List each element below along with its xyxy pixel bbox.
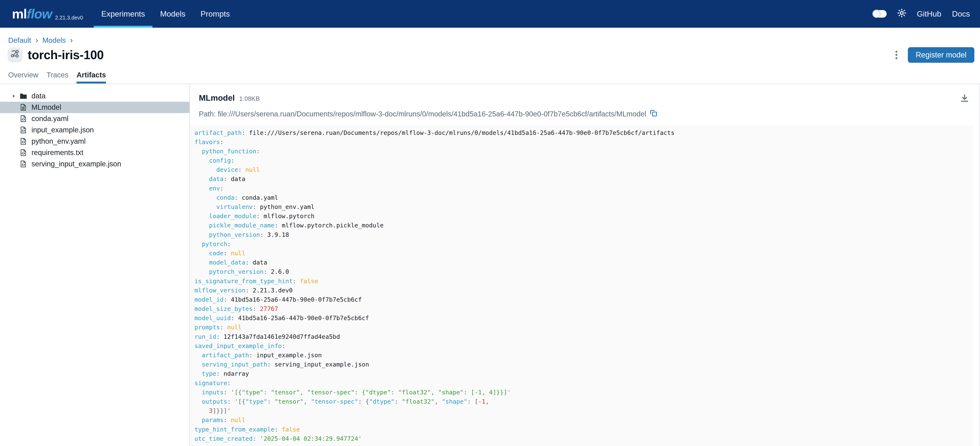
- tree-item-mlmodel[interactable]: MLmodel: [0, 102, 189, 113]
- code-line: type: ndarray: [194, 369, 973, 378]
- copy-icon: [650, 109, 657, 119]
- nav-item-experiments[interactable]: Experiments: [94, 0, 153, 28]
- caret-right-icon[interactable]: [11, 94, 19, 99]
- code-line: pytorch:: [194, 239, 973, 248]
- page-tabs: OverviewTracesArtifacts: [0, 68, 980, 84]
- file-size: 1.08KB: [239, 94, 260, 104]
- code-line: is_signature_from_type_hint: false: [194, 277, 973, 286]
- code-line: conda: conda.yaml: [194, 193, 973, 202]
- code-line: python_version: 3.9.18: [194, 230, 973, 239]
- register-model-button[interactable]: Register model: [908, 47, 974, 63]
- mlflow-logo[interactable]: mlflow 2.21.3.dev0: [12, 0, 83, 28]
- kebab-icon: [896, 51, 897, 53]
- code-line: signature:: [194, 378, 973, 388]
- code-line: model_uuid: 41bd5a16-25a6-447b-90e0-0f7b…: [194, 314, 973, 323]
- chevron-right-icon: ›: [35, 36, 38, 45]
- overflow-menu-button[interactable]: [889, 48, 904, 62]
- tab-artifacts[interactable]: Artifacts: [76, 71, 106, 83]
- code-line: artifact_path: file:///Users/serena.ruan…: [194, 128, 973, 137]
- code-line: pickle_module_name: mlflow.pytorch.pickl…: [194, 221, 973, 230]
- tree-item-python-env-yaml[interactable]: python_env.yaml: [0, 136, 189, 147]
- code-line: utc_time_created: '2025-04-04 02:34:29.9…: [194, 434, 973, 443]
- code-line: type_hint_from_example: false: [194, 425, 973, 434]
- mlflow-app: mlflow 2.21.3.dev0 ExperimentsModelsProm…: [0, 0, 980, 446]
- download-icon: [960, 94, 969, 105]
- code-line: 3]}}]': [194, 406, 973, 416]
- breadcrumb-link-default[interactable]: Default: [8, 36, 31, 45]
- copy-path-button[interactable]: [650, 109, 657, 119]
- nav-item-prompts[interactable]: Prompts: [193, 0, 237, 28]
- tree-item-label: python_env.yaml: [32, 137, 86, 145]
- breadcrumb-link-models[interactable]: Models: [42, 36, 66, 45]
- github-link[interactable]: GitHub: [917, 10, 942, 19]
- tab-traces[interactable]: Traces: [46, 71, 68, 83]
- path-row: Path: file:///Users/serena.ruan/Document…: [190, 109, 979, 119]
- file-code-icon: [19, 148, 28, 157]
- code-line: artifact_path: input_example.json: [194, 350, 973, 360]
- code-line: data: data: [194, 174, 973, 183]
- file-name: MLmodel: [199, 93, 235, 103]
- path-value: file:///Users/serena.ruan/Documents/repo…: [218, 110, 646, 118]
- viewer-header: MLmodel 1.08KB: [190, 84, 979, 104]
- breadcrumb: Default›Models›: [0, 28, 980, 45]
- code-line: pytorch_version: 2.6.0: [194, 267, 973, 276]
- code-line: mlflow_version: 2.21.3.dev0: [194, 286, 973, 295]
- artifact-tree: dataMLmodelconda.yamlinput_example.jsonp…: [0, 84, 190, 446]
- logo-flow-text: flow: [27, 6, 52, 21]
- code-line: virtualenv: python_env.yaml: [194, 202, 973, 212]
- tree-item-label: conda.yaml: [32, 115, 68, 123]
- path-label: Path:: [199, 110, 216, 118]
- artifacts-panel: dataMLmodelconda.yamlinput_example.jsonp…: [0, 84, 980, 446]
- primary-nav: ExperimentsModelsPrompts: [94, 0, 237, 28]
- logo-ml-text: ml: [12, 6, 27, 21]
- page-title: torch-iris-100: [28, 48, 103, 62]
- tree-item-label: requirements.txt: [32, 148, 83, 157]
- file-code-icon: [19, 126, 28, 134]
- file-code-icon: [19, 114, 28, 123]
- code-line: code: null: [194, 248, 973, 258]
- tree-item-label: input_example.json: [32, 126, 94, 134]
- code-line: prompts: null: [194, 323, 973, 332]
- tree-item-input-example-json[interactable]: input_example.json: [0, 124, 189, 136]
- code-line: serving_input_path: serving_input_exampl…: [194, 360, 973, 369]
- code-line: device: null: [194, 165, 973, 174]
- file-code-icon: [19, 160, 28, 169]
- code-line: env:: [194, 184, 973, 193]
- tree-item-conda-yaml[interactable]: conda.yaml: [0, 113, 189, 124]
- nav-right: GitHub Docs: [873, 0, 970, 28]
- theme-toggle[interactable]: [873, 10, 887, 18]
- tree-item-serving-input-example-json[interactable]: serving_input_example.json: [0, 158, 189, 170]
- tree-item-label: data: [32, 92, 46, 100]
- navbar: mlflow 2.21.3.dev0 ExperimentsModelsProm…: [0, 0, 980, 28]
- tab-overview[interactable]: Overview: [8, 71, 38, 83]
- code-line: python_function:: [194, 147, 973, 156]
- nav-item-models[interactable]: Models: [153, 0, 193, 28]
- code-line: loader_module: mlflow.pytorch: [194, 212, 973, 221]
- download-button[interactable]: [960, 94, 969, 105]
- tree-item-requirements-txt[interactable]: requirements.txt: [0, 147, 189, 158]
- yaml-code: artifact_path: file:///Users/serena.ruan…: [190, 126, 973, 446]
- code-line: inputs: '[{"type": "tensor", "tensor-spe…: [194, 388, 973, 397]
- docs-link[interactable]: Docs: [952, 10, 970, 19]
- version-label: 2.21.3.dev0: [55, 15, 83, 21]
- code-line: run_id: 12f143a7fda1461e9240d7ffad4ea5bd: [194, 332, 973, 341]
- code-line: saved_input_example_info:: [194, 341, 973, 350]
- theme-settings-button[interactable]: [897, 9, 906, 19]
- folder-icon: [19, 92, 28, 100]
- code-line: params: null: [194, 416, 973, 425]
- chevron-right-icon: ›: [70, 36, 73, 45]
- file-text-icon: [19, 103, 28, 112]
- file-code-icon: [19, 137, 28, 146]
- tree-item-label: MLmodel: [32, 103, 61, 112]
- tree-item-label: serving_input_example.json: [32, 160, 121, 168]
- code-line: outputs: '[{"type": "tensor", "tensor-sp…: [194, 397, 973, 406]
- theme-toggle-knob: [872, 10, 881, 18]
- code-line: flavors:: [194, 137, 973, 147]
- network-icon: [10, 49, 20, 61]
- code-line: config:: [194, 156, 973, 165]
- page-header: torch-iris-100 Register model: [0, 45, 980, 63]
- code-line: model_size_bytes: 27767: [194, 304, 973, 314]
- tree-item-data[interactable]: data: [0, 91, 189, 102]
- nav-spacer: [237, 0, 873, 28]
- artifact-viewer: MLmodel 1.08KB Path: file:///Users/seren…: [190, 84, 979, 446]
